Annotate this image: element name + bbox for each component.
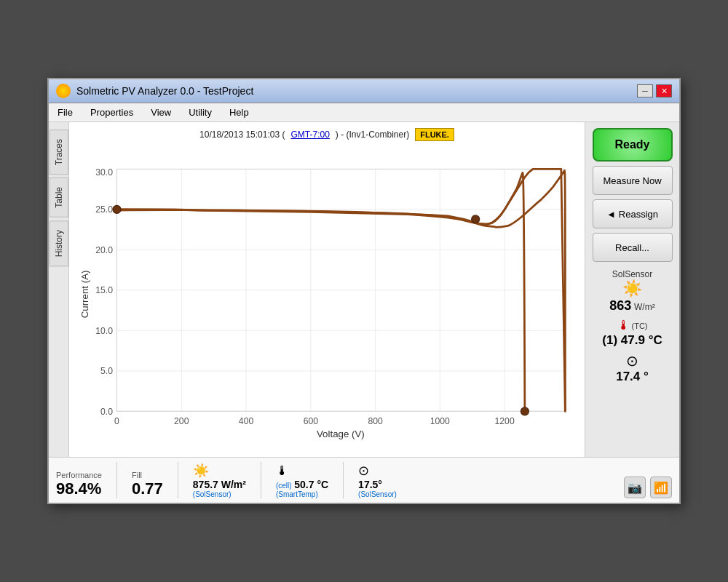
- fill-value: 0.77: [132, 479, 163, 498]
- sidebar-tab-table[interactable]: Table: [50, 178, 68, 218]
- sol-sensor-section: SolSensor ☀️ 863 W/m²: [593, 269, 673, 314]
- reassign-arrow-icon: ◄: [606, 209, 616, 220]
- right-panel: Ready Measure Now ◄ Reassign Recall... S…: [585, 122, 679, 457]
- divider-4: [343, 462, 344, 498]
- tilt-icon: ⊙: [593, 352, 673, 370]
- minimize-button[interactable]: ─: [637, 84, 653, 97]
- chart-header: 10/18/2013 15:01:03 (GMT-7:00) - (Inv1-C…: [76, 128, 577, 141]
- menu-view[interactable]: View: [148, 105, 174, 119]
- tilt-source: (SolSensor): [358, 490, 397, 498]
- irradiance-value: 863: [609, 298, 631, 313]
- svg-text:5.0: 5.0: [100, 366, 113, 376]
- svg-point-32: [113, 205, 121, 213]
- svg-text:0: 0: [114, 416, 119, 426]
- camera-button[interactable]: 📷: [624, 477, 646, 498]
- bottom-bar: Performance 98.4% Fill 0.77 ☀️ 875.7 W/m…: [49, 457, 679, 503]
- temp-unit: °C: [649, 333, 662, 347]
- temp-display: (1) 47.9 °C: [593, 333, 673, 348]
- close-button[interactable]: ✕: [656, 84, 672, 97]
- irradiance-bottom-value: 875.7 W/m²: [193, 479, 246, 490]
- performance-item: Performance 98.4%: [56, 471, 102, 498]
- sol-sensor-label: SolSensor: [593, 269, 673, 279]
- reassign-button[interactable]: ◄ Reassign: [593, 199, 673, 228]
- recall-button[interactable]: Recall...: [593, 233, 673, 262]
- svg-text:0.0: 0.0: [100, 407, 113, 417]
- svg-text:Current (A): Current (A): [79, 271, 90, 319]
- irradiance-unit: W/m²: [634, 302, 655, 312]
- svg-text:30.0: 30.0: [95, 167, 113, 178]
- svg-text:400: 400: [239, 416, 254, 426]
- title-bar-left: Solmetric PV Analyzer 0.0 - TestProject: [56, 84, 253, 98]
- temp-index: (1): [602, 333, 617, 347]
- cell-temp-item: 🌡 (cell) 50.7 °C (SmartTemp): [276, 463, 328, 498]
- svg-text:20.0: 20.0: [95, 245, 113, 255]
- svg-point-34: [521, 407, 529, 415]
- sun-icon: ☀️: [593, 279, 673, 298]
- chart-location: ) - (Inv1-Combiner): [336, 129, 409, 140]
- tilt-bottom-value: 17.5°: [358, 479, 382, 490]
- window-title: Solmetric PV Analyzer 0.0 - TestProject: [76, 85, 253, 97]
- svg-text:10.0: 10.0: [95, 326, 113, 336]
- cell-temp-source: (SmartTemp): [276, 490, 318, 498]
- tilt-unit: °: [644, 370, 649, 383]
- menu-file[interactable]: File: [55, 105, 76, 119]
- irradiance-item: ☀️ 875.7 W/m² (SolSensor): [193, 463, 246, 498]
- sun-bottom-icon: ☀️: [193, 463, 209, 479]
- reassign-label: Reassign: [619, 209, 658, 220]
- temp-icon-row: 🌡 (TC): [593, 318, 673, 333]
- app-icon: [56, 84, 71, 98]
- svg-text:25.0: 25.0: [95, 204, 113, 215]
- menu-help[interactable]: Help: [226, 105, 252, 119]
- main-content: Traces Table History 10/18/2013 15:01:03…: [49, 122, 679, 457]
- signal-button[interactable]: 📶: [650, 477, 672, 498]
- tilt-bottom-item: ⊙ 17.5° (SolSensor): [358, 463, 397, 498]
- sidebar-tab-traces[interactable]: Traces: [50, 129, 68, 175]
- chart-wrapper: 0.0 5.0 10.0 15.0 20.0 25.0 30.0 0 200 4…: [76, 146, 577, 451]
- menu-bar: File Properties View Utility Help: [49, 103, 679, 122]
- menu-utility[interactable]: Utility: [186, 105, 215, 119]
- cell-temp-value: 50.7 °C: [294, 479, 328, 490]
- tilt-value: 17.4: [616, 370, 640, 383]
- svg-text:200: 200: [174, 416, 189, 426]
- ready-button[interactable]: Ready: [593, 128, 673, 162]
- tilt-bottom-icon: ⊙: [358, 463, 369, 479]
- svg-text:15.0: 15.0: [95, 285, 113, 295]
- title-bar: Solmetric PV Analyzer 0.0 - TestProject …: [49, 79, 679, 103]
- iv-curve-chart: 0.0 5.0 10.0 15.0 20.0 25.0 30.0 0 200 4…: [76, 146, 577, 451]
- irradiance-display: 863 W/m²: [593, 298, 673, 314]
- divider-3: [261, 462, 261, 498]
- chart-area: 10/18/2013 15:01:03 (GMT-7:00) - (Inv1-C…: [69, 122, 585, 457]
- svg-text:600: 600: [304, 416, 319, 426]
- window-controls: ─ ✕: [637, 84, 672, 97]
- fill-label: Fill: [132, 471, 142, 479]
- svg-text:Voltage (V): Voltage (V): [317, 428, 365, 439]
- divider-2: [178, 462, 178, 498]
- tc-label: (TC): [632, 322, 648, 330]
- gmt-link[interactable]: GMT-7:00: [290, 129, 329, 140]
- measure-now-button[interactable]: Measure Now: [593, 166, 673, 195]
- svg-text:1000: 1000: [430, 416, 450, 426]
- fill-item: Fill 0.77: [132, 471, 163, 498]
- svg-text:1200: 1200: [495, 416, 515, 426]
- main-window: Solmetric PV Analyzer 0.0 - TestProject …: [47, 78, 681, 504]
- tilt-section: ⊙ 17.4 °: [593, 352, 673, 384]
- chart-date: 10/18/2013 15:01:03 (: [199, 129, 285, 140]
- thermometer-bottom-icon: 🌡: [276, 463, 289, 479]
- performance-value: 98.4%: [56, 479, 101, 498]
- cell-temp-label: (cell): [276, 482, 292, 490]
- sidebar: Traces Table History: [49, 122, 69, 457]
- tilt-display: 17.4 °: [593, 370, 673, 384]
- toolbar-icons: 📷 📶: [624, 477, 672, 498]
- thermometer-icon: 🌡: [617, 318, 630, 333]
- temp-value: 47.9: [621, 333, 645, 347]
- temperature-section: 🌡 (TC) (1) 47.9 °C: [593, 318, 673, 348]
- menu-properties[interactable]: Properties: [87, 105, 136, 119]
- svg-point-33: [472, 215, 480, 223]
- sidebar-tab-history[interactable]: History: [50, 220, 68, 266]
- irradiance-source: (SolSensor): [193, 490, 232, 498]
- fluke-badge: FLUKE.: [415, 128, 454, 141]
- divider-1: [116, 462, 117, 498]
- svg-text:800: 800: [368, 416, 383, 426]
- performance-label: Performance: [56, 471, 102, 479]
